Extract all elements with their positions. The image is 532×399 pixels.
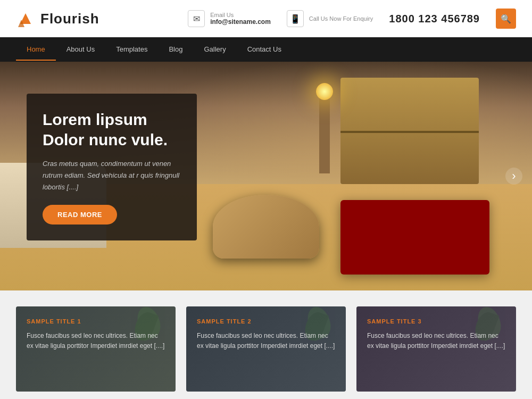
email-value: info@sitename.com <box>210 18 271 26</box>
hero-cabinet <box>340 78 479 184</box>
nav-link-about[interactable]: About Us <box>56 39 105 60</box>
main-nav: Home About Us Templates Blog Gallery Con… <box>0 37 532 62</box>
nav-item-home[interactable]: Home <box>16 39 56 61</box>
card-1-content: SAMPLE TITLE 1 Fusce faucibus sed leo ne… <box>16 306 176 363</box>
email-info: Email Us info@sitename.com <box>210 12 271 26</box>
phone-icon: 📱 <box>287 10 304 27</box>
hero-description: Cras metus quam, condimentum ut venen ru… <box>43 158 181 193</box>
site-header: Flourish ✉ Email Us info@sitename.com 📱 … <box>0 0 532 37</box>
hero-lamp-shade <box>316 83 333 100</box>
card-1-title: SAMPLE TITLE 1 <box>27 318 165 325</box>
cards-section: SAMPLE TITLE 1 Fusce faucibus sed leo ne… <box>0 290 532 399</box>
logo[interactable]: Flourish <box>16 9 99 28</box>
hero-rug <box>340 200 489 275</box>
hero-cabinet-shelf <box>340 131 479 133</box>
card-1-description: Fusce faucibus sed leo nec ultrices. Eti… <box>27 331 165 351</box>
nav-link-home[interactable]: Home <box>16 39 56 61</box>
call-label: Call Us Now For Enquiry <box>309 15 373 22</box>
hero-next-arrow[interactable]: › <box>505 168 522 185</box>
card-1: SAMPLE TITLE 1 Fusce faucibus sed leo ne… <box>16 306 176 392</box>
card-2-title: SAMPLE TITLE 2 <box>197 318 335 325</box>
card-2-content: SAMPLE TITLE 2 Fusce faucibus sed leo ne… <box>186 306 346 363</box>
hero-table <box>213 195 319 259</box>
email-contact: ✉ Email Us info@sitename.com <box>188 10 271 27</box>
phone-contact: 📱 Call Us Now For Enquiry <box>287 10 373 27</box>
search-button[interactable]: 🔍 <box>496 9 516 29</box>
nav-item-templates[interactable]: Templates <box>105 39 158 61</box>
card-2: SAMPLE TITLE 2 Fusce faucibus sed leo ne… <box>186 306 346 392</box>
logo-text: Flourish <box>40 11 99 27</box>
email-icon: ✉ <box>188 10 205 27</box>
card-3-content: SAMPLE TITLE 3 Fusce faucibus sed leo ne… <box>356 306 516 363</box>
hero-section: Lorem lipsumDolor nunc vule. Cras metus … <box>0 62 532 290</box>
email-label: Email Us <box>210 12 271 18</box>
card-3-title: SAMPLE TITLE 3 <box>367 318 505 325</box>
phone-info: Call Us Now For Enquiry <box>309 15 373 22</box>
nav-link-gallery[interactable]: Gallery <box>193 39 236 60</box>
header-contact-area: ✉ Email Us info@sitename.com 📱 Call Us N… <box>188 9 516 29</box>
hero-heading: Lorem lipsumDolor nunc vule. <box>43 110 181 149</box>
read-more-button[interactable]: READ MORE <box>43 205 117 225</box>
hero-lamp <box>319 88 330 173</box>
nav-item-contact[interactable]: Contact Us <box>237 39 292 61</box>
nav-item-gallery[interactable]: Gallery <box>193 39 236 61</box>
nav-link-blog[interactable]: Blog <box>158 39 193 60</box>
card-2-description: Fusce faucibus sed leo nec ultrices. Eti… <box>197 331 335 351</box>
hero-text-box: Lorem lipsumDolor nunc vule. Cras metus … <box>27 94 197 240</box>
nav-item-about[interactable]: About Us <box>56 39 105 61</box>
nav-list: Home About Us Templates Blog Gallery Con… <box>16 39 292 61</box>
card-3-description: Fusce faucibus sed leo nec ultrices. Eti… <box>367 331 505 351</box>
nav-link-templates[interactable]: Templates <box>105 39 158 60</box>
nav-link-contact[interactable]: Contact Us <box>237 39 292 60</box>
nav-item-blog[interactable]: Blog <box>158 39 193 61</box>
phone-number: 1800 123 456789 <box>389 13 480 25</box>
card-3: SAMPLE TITLE 3 Fusce faucibus sed leo ne… <box>356 306 516 392</box>
logo-icon <box>16 9 35 28</box>
